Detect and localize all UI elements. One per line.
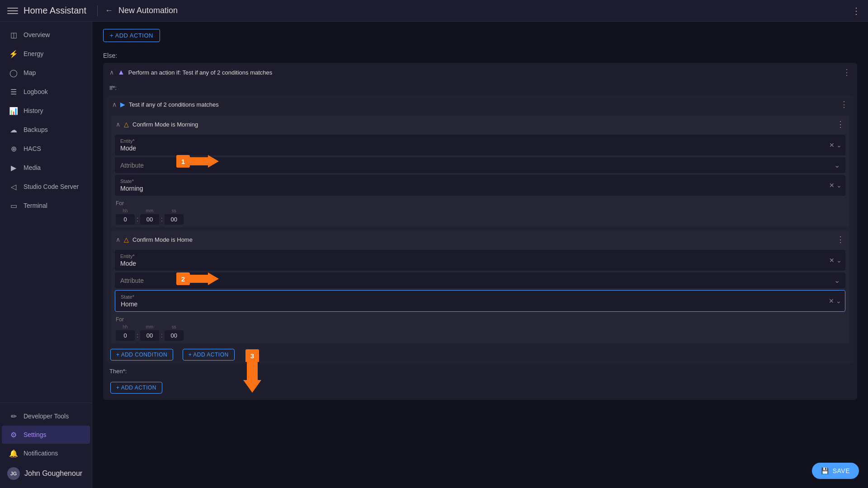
test-block-header: ∧ ▶ Test if any of 2 conditions matches … [107, 96, 854, 113]
condition1-state-field: State* Morning ✕ ⌄ [115, 175, 845, 196]
condition1-state-expand-icon[interactable]: ⌄ [836, 182, 842, 189]
sidebar-item-label: Studio Code Server [24, 183, 79, 190]
menu-icon[interactable] [7, 5, 18, 16]
condition1-entity-expand-icon[interactable]: ⌄ [836, 141, 842, 149]
sidebar-item-studio-code-server[interactable]: ◁ Studio Code Server [2, 178, 90, 196]
condition1-state-clear-icon[interactable]: ✕ [829, 182, 835, 189]
condition1-more-icon[interactable]: ⋮ [836, 119, 844, 129]
sidebar-item-notifications[interactable]: 🔔 Notifications [2, 444, 90, 462]
condition1-hh-group: hh [116, 208, 135, 225]
condition2-entity-label: Entity* [120, 253, 840, 259]
sidebar-item-label: Logbook [24, 88, 48, 95]
sidebar-item-overview[interactable]: ◫ Overview [2, 26, 90, 44]
back-button[interactable]: ← [105, 6, 113, 15]
condition2-attribute-field: Attribute ⌄ [115, 272, 845, 288]
condition2-entity-clear-icon[interactable]: ✕ [829, 257, 835, 264]
condition1-state-label: State* [120, 178, 840, 184]
condition2-entity-value: Mode [120, 260, 840, 267]
developer-tools-icon: ✏ [9, 412, 18, 421]
condition1-for-label: For [116, 200, 844, 206]
condition2-hh-group: hh [116, 324, 135, 341]
content-with-arrows: + ADD ACTION Else: ∧ ▲ Perform an action… [103, 29, 857, 400]
hacs-icon: ⊕ [9, 144, 18, 153]
more-options-icon[interactable]: ⋮ [852, 5, 861, 16]
save-icon: 💾 [821, 467, 829, 474]
sidebar-item-label: Overview [24, 31, 50, 38]
sidebar-item-backups[interactable]: ☁ Backups [2, 121, 90, 139]
condition2-attribute-label: Attribute [120, 277, 144, 284]
condition2-attribute-expand-icon[interactable]: ⌄ [834, 276, 840, 285]
app-title: Home Assistant [24, 5, 86, 16]
terminal-icon: ▭ [9, 201, 18, 210]
condition2-state-clear-icon[interactable]: ✕ [829, 297, 834, 305]
condition1-ss-input[interactable] [165, 214, 184, 225]
condition2-mm-group: mm [140, 324, 159, 341]
condition2-for-inputs: hh : mm : ss [116, 324, 844, 341]
condition1-entity-actions: ✕ ⌄ [829, 141, 842, 149]
sidebar-item-hacs[interactable]: ⊕ HACS [2, 140, 90, 158]
condition1-for-section: For hh : mm [111, 197, 849, 227]
for-separator-1b: : [161, 210, 163, 223]
backups-icon: ☁ [9, 125, 18, 134]
condition1-hh-input[interactable] [116, 214, 135, 225]
add-action-sm-button[interactable]: + ADD ACTION [183, 349, 235, 361]
sidebar-item-terminal[interactable]: ▭ Terminal [2, 197, 90, 215]
sidebar-item-energy[interactable]: ⚡ Energy [2, 45, 90, 63]
main-content: + ADD ACTION Else: ∧ ▲ Perform an action… [92, 22, 868, 488]
condition2-mm-input[interactable] [140, 330, 159, 341]
collapse-icon[interactable]: ∧ [109, 69, 114, 76]
condition2-title: Confirm Mode is Home [132, 236, 833, 243]
sidebar-item-map[interactable]: ◯ Map [2, 64, 90, 82]
save-button[interactable]: 💾 SAVE [812, 463, 859, 479]
sidebar-item-label: Developer Tools [24, 413, 69, 420]
condition2-more-icon[interactable]: ⋮ [836, 235, 844, 244]
condition2-block: ∧ △ Confirm Mode is Home ⋮ Entity* Mode … [111, 231, 849, 343]
condition2-entity-field: Entity* Mode ✕ ⌄ [115, 250, 845, 271]
test-block-more-icon[interactable]: ⋮ [840, 99, 848, 109]
condition1-block: ∧ △ Confirm Mode is Morning ⋮ Entity* Mo… [111, 116, 849, 227]
condition2-collapse-icon[interactable]: ∧ [116, 236, 120, 243]
condition2-ss-input[interactable] [165, 330, 184, 341]
condition1-ss-label: ss [172, 208, 176, 213]
avatar: JG [7, 467, 20, 480]
condition2-ss-label: ss [172, 324, 176, 329]
add-condition-button[interactable]: + ADD CONDITION [110, 349, 173, 361]
sidebar-item-settings[interactable]: ⚙ Settings [2, 426, 90, 444]
condition2-warning-icon: △ [124, 236, 129, 243]
condition2-state-field: State* Home ✕ ⌄ [115, 290, 845, 312]
sidebar-item-logbook[interactable]: ☰ Logbook [2, 83, 90, 101]
condition1-attribute-label: Attribute [120, 162, 144, 169]
user-profile[interactable]: JG John Goughenour [0, 463, 92, 484]
condition2-state-actions: ✕ ⌄ [829, 297, 841, 305]
sidebar-item-history[interactable]: 📊 History [2, 102, 90, 120]
condition2-header: ∧ △ Confirm Mode is Home ⋮ [111, 231, 849, 248]
for-separator-2b: : [161, 326, 163, 339]
perform-block-more-icon[interactable]: ⋮ [843, 67, 851, 77]
test-block-title: Test if any of 2 conditions matches [129, 101, 836, 108]
condition2-ss-group: ss [165, 324, 184, 341]
condition1-attribute-field: Attribute ⌄ [115, 157, 845, 173]
condition1-title: Confirm Mode is Morning [132, 121, 833, 128]
condition2-for-label: For [116, 316, 844, 323]
condition2-entity-expand-icon[interactable]: ⌄ [836, 257, 842, 264]
condition1-entity-clear-icon[interactable]: ✕ [829, 141, 835, 149]
condition1-collapse-icon[interactable]: ∧ [116, 121, 120, 128]
sidebar-item-developer-tools[interactable]: ✏ Developer Tools [2, 407, 90, 425]
condition2-state-value: Home [121, 300, 840, 308]
condition1-mm-input[interactable] [140, 214, 159, 225]
condition1-header: ∧ △ Confirm Mode is Morning ⋮ [111, 116, 849, 133]
sidebar: ◫ Overview ⚡ Energy ◯ Map ☰ Logbook 📊 Hi… [0, 22, 92, 488]
condition2-state-expand-icon[interactable]: ⌄ [836, 297, 841, 305]
test-collapse-icon[interactable]: ∧ [112, 101, 117, 108]
topbar: Home Assistant ← New Automation ⋮ [0, 0, 868, 22]
condition2-hh-input[interactable] [116, 330, 135, 341]
map-icon: ◯ [9, 68, 18, 77]
sidebar-item-label: HACS [24, 145, 41, 152]
test-block: ∧ ▶ Test if any of 2 conditions matches … [107, 96, 854, 363]
condition1-entity-field: Entity* Mode ✕ ⌄ [115, 135, 845, 155]
condition1-attribute-expand-icon[interactable]: ⌄ [834, 161, 840, 169]
sidebar-item-media[interactable]: ▶ Media [2, 159, 90, 177]
add-action-top-button[interactable]: + ADD ACTION [103, 29, 160, 42]
add-action-then-button[interactable]: + ADD ACTION [110, 382, 162, 394]
page-title: New Automation [118, 6, 852, 15]
